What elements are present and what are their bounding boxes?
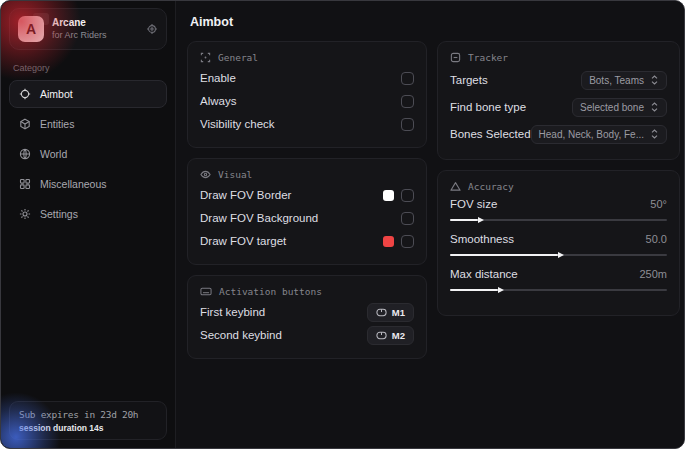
max-distance-slider-group: Max distance 250m	[450, 268, 667, 291]
app-window: A Arcane for Arc Riders Category	[0, 0, 685, 449]
smoothness-slider-group: Smoothness 50.0	[450, 233, 667, 256]
globe-icon	[19, 148, 31, 160]
setting-row-second-keybind: Second keybind M2	[200, 324, 414, 346]
setting-row-draw-fov-border: Draw FOV Border	[200, 184, 414, 206]
mouse-icon	[376, 308, 387, 317]
find-bone-type-dropdown[interactable]: Selected bone	[572, 98, 667, 117]
left-column: General Enable Always Visibility check	[187, 41, 427, 359]
setting-label: Draw FOV Background	[200, 212, 318, 224]
slider-label: Max distance	[450, 268, 518, 280]
target-frame-icon	[200, 52, 211, 63]
setting-row-draw-fov-target: Draw FOV target	[200, 230, 414, 252]
targets-dropdown[interactable]: Bots, Teams	[581, 71, 667, 90]
bones-selected-dropdown[interactable]: Head, Neck, Body, Fe...	[531, 125, 667, 144]
gear-icon	[19, 208, 31, 220]
chevrons-up-down-icon	[650, 102, 659, 112]
app-name: Arcane	[52, 17, 138, 30]
setting-label: Find bone type	[450, 101, 526, 113]
always-checkbox[interactable]	[401, 95, 414, 108]
gear-icon[interactable]	[146, 23, 158, 35]
chevrons-up-down-icon	[650, 75, 659, 85]
setting-label: First keybind	[200, 306, 265, 318]
right-column: Tracker Targets Bots, Teams	[437, 41, 680, 316]
draw-fov-background-checkbox[interactable]	[401, 212, 414, 225]
general-card-header: General	[200, 52, 414, 63]
subscription-expiry: Sub expires in 23d 20h	[19, 409, 157, 420]
sidebar-item-entities[interactable]: Entities	[9, 110, 167, 138]
setting-row-find-bone-type: Find bone type Selected bone	[450, 94, 667, 120]
fov-target-color-swatch[interactable]	[383, 236, 394, 247]
fov-size-slider-group: FOV size 50°	[450, 198, 667, 221]
max-distance-slider[interactable]	[450, 289, 667, 291]
slider-fill[interactable]	[450, 254, 558, 256]
main-content: Aimbot General Enable	[176, 1, 684, 448]
slider-label: Smoothness	[450, 233, 514, 245]
keyboard-icon	[200, 286, 212, 297]
activation-buttons-card: Activation buttons First keybind M1	[187, 275, 427, 359]
eye-icon	[200, 169, 211, 180]
sidebar-item-miscellaneous[interactable]: Miscellaneous	[9, 170, 167, 198]
category-label: Category	[13, 63, 163, 73]
activation-card-header: Activation buttons	[200, 286, 414, 297]
card-title-label: General	[218, 52, 258, 63]
slider-value: 50.0	[646, 233, 667, 245]
slider-fill[interactable]	[450, 289, 498, 291]
sidebar-item-label: Settings	[40, 208, 78, 220]
first-keybind-button[interactable]: M1	[367, 303, 414, 322]
mouse-icon	[376, 331, 387, 340]
setting-label: Draw FOV target	[200, 235, 286, 247]
sidebar-item-aimbot[interactable]: Aimbot	[9, 80, 167, 108]
slider-fill[interactable]	[450, 219, 478, 221]
sidebar-item-world[interactable]: World	[9, 140, 167, 168]
chevrons-up-down-icon	[650, 129, 659, 139]
sidebar-item-settings[interactable]: Settings	[9, 200, 167, 228]
setting-row-visibility-check: Visibility check	[200, 113, 414, 135]
setting-label: Bones Selected	[450, 128, 531, 140]
setting-label: Second keybind	[200, 329, 282, 341]
setting-label: Enable	[200, 72, 236, 84]
setting-row-first-keybind: First keybind M1	[200, 301, 414, 323]
setting-label: Targets	[450, 74, 488, 86]
brand-card: A Arcane for Arc Riders	[9, 8, 167, 50]
sidebar-item-label: Entities	[40, 118, 74, 130]
app-logo-letter: A	[26, 21, 36, 37]
crosshair-icon	[19, 88, 31, 100]
setting-row-bones-selected: Bones Selected Head, Neck, Body, Fe...	[450, 121, 667, 147]
setting-row-enable: Enable	[200, 67, 414, 89]
slider-value: 50°	[650, 198, 667, 210]
accuracy-card: Accuracy FOV size 50° Smoothness	[437, 170, 680, 316]
visibility-check-checkbox[interactable]	[401, 118, 414, 131]
sidebar: A Arcane for Arc Riders Category	[1, 1, 176, 448]
tracker-card: Tracker Targets Bots, Teams	[437, 41, 680, 160]
smoothness-slider[interactable]	[450, 254, 667, 256]
app-logo: A	[18, 16, 44, 42]
dropdown-value: Bots, Teams	[589, 75, 644, 86]
accuracy-card-header: Accuracy	[450, 181, 667, 192]
general-card: General Enable Always Visibility check	[187, 41, 427, 148]
card-title-label: Accuracy	[468, 181, 514, 192]
fov-border-color-swatch[interactable]	[383, 190, 394, 201]
keybind-value: M1	[392, 307, 405, 318]
keybind-value: M2	[392, 330, 405, 341]
subscription-card: Sub expires in 23d 20h session duration …	[9, 401, 167, 440]
tracker-card-header: Tracker	[450, 52, 667, 63]
sidebar-nav: Aimbot Entities World	[9, 80, 167, 228]
fov-size-slider[interactable]	[450, 219, 667, 221]
dropdown-value: Selected bone	[580, 102, 644, 113]
visual-card: Visual Draw FOV Border Draw FOV Backgrou…	[187, 158, 427, 265]
draw-fov-border-checkbox[interactable]	[401, 189, 414, 202]
slider-label: FOV size	[450, 198, 497, 210]
second-keybind-button[interactable]: M2	[367, 326, 414, 345]
dropdown-value: Head, Neck, Body, Fe...	[539, 129, 644, 140]
setting-label: Always	[200, 95, 236, 107]
session-duration: session duration 14s	[19, 423, 157, 433]
page-title: Aimbot	[190, 15, 671, 29]
app-subtitle: for Arc Riders	[52, 30, 138, 41]
setting-row-always: Always	[200, 90, 414, 112]
card-title-label: Activation buttons	[219, 286, 322, 297]
enable-checkbox[interactable]	[401, 72, 414, 85]
draw-fov-target-checkbox[interactable]	[401, 235, 414, 248]
setting-label: Draw FOV Border	[200, 189, 291, 201]
visual-card-header: Visual	[200, 169, 414, 180]
entities-icon	[19, 118, 31, 130]
